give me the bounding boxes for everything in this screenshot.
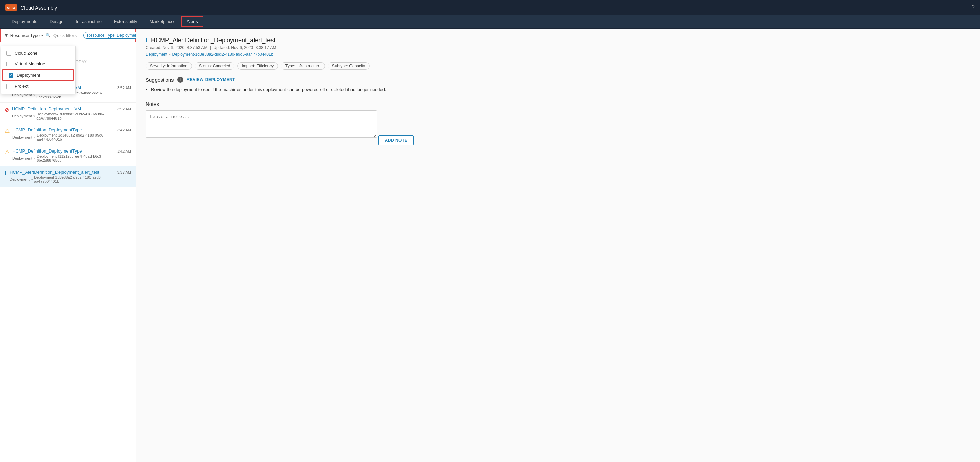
resource-type-dropdown: Cloud Zone Virtual Machine Deployment Pr… [1, 46, 76, 94]
alert-deployment-2: Deployment-1d3e88a2-d9d2-4180-a9d6-aa477… [37, 112, 115, 120]
chevron-down-icon: ▾ [41, 34, 43, 37]
arrow-icon-4: » [34, 157, 36, 160]
suggestion-item: Review the deployment to see if the mach… [151, 86, 970, 93]
detail-meta: Created: Nov 6, 2020, 3:37:53 AM | Updat… [146, 45, 970, 50]
left-panel: ▼ Resource Type ▾ 🔍 Resource Type: Deplo… [0, 29, 136, 462]
alert-text-2: HCMP_Definition_Deployment_VM Deployment… [12, 106, 115, 120]
alert-item-4-left: ⚠ HCMP_Definition_DeploymentType Deploym… [5, 148, 115, 162]
alert-time-3: 3:42 AM [118, 128, 131, 132]
alert-item-5-left: ℹ HCMP_AlertDefinition_Deployment_alert_… [5, 170, 115, 183]
suggestions-label: Suggestions [146, 77, 174, 83]
search-icon: 🔍 [46, 33, 51, 38]
vmw-logo: vmw [5, 5, 17, 11]
alert-sub-2: Deployment » Deployment-1d3e88a2-d9d2-41… [12, 112, 115, 120]
help-icon[interactable]: ? [972, 5, 975, 11]
resource-type-button[interactable]: ▼ Resource Type ▾ [4, 33, 43, 38]
checkbox-project[interactable] [6, 84, 11, 89]
alert-info-icon-5: ℹ [5, 170, 7, 176]
alert-text-5: HCMP_AlertDefinition_Deployment_alert_te… [10, 170, 115, 183]
deployment-link-text[interactable]: Deployment-1d3e88a2-d9d2-4180-a9d6-aa477… [172, 52, 274, 57]
alert-name-4: HCMP_Definition_DeploymentType [12, 148, 115, 153]
alert-time-5: 3:37 AM [118, 170, 131, 174]
dropdown-item-virtual-machine[interactable]: Virtual Machine [1, 59, 75, 69]
alert-warning-icon-4: ⚠ [5, 149, 10, 155]
nav-alerts[interactable]: Alerts [181, 16, 203, 27]
alert-type-5: Deployment [10, 177, 30, 182]
alert-type-2: Deployment [12, 114, 32, 118]
alert-item-5[interactable]: ℹ HCMP_AlertDefinition_Deployment_alert_… [0, 166, 136, 187]
alert-item-2[interactable]: ⊘ HCMP_Definition_Deployment_VM Deployme… [0, 103, 136, 124]
main-layout: ▼ Resource Type ▾ 🔍 Resource Type: Deplo… [0, 29, 980, 462]
alert-time-2: 3:52 AM [118, 107, 131, 111]
alert-item-3-left: ⚠ HCMP_Definition_DeploymentType Deploym… [5, 127, 115, 141]
filter-icon: ▼ [4, 33, 9, 38]
arrow-icon-2: » [33, 115, 35, 118]
arrow-icon-3: » [34, 135, 36, 139]
alert-text-3: HCMP_Definition_DeploymentType Deploymen… [12, 127, 115, 141]
alert-text-4: HCMP_Definition_DeploymentType Deploymen… [12, 148, 115, 162]
alert-name-3: HCMP_Definition_DeploymentType [12, 127, 115, 132]
quick-filter-input[interactable] [53, 33, 81, 38]
tag-status: Status: Canceled [195, 62, 234, 70]
alert-deployment-5: Deployment-1d3e88a2-d9d2-4180-a9d6-aa477… [34, 175, 115, 183]
topbar: vmw Cloud Assembly ? [0, 0, 980, 15]
checkbox-cloud-zone[interactable] [6, 51, 11, 56]
tag-subtype: Subtype: Capacity [328, 62, 369, 70]
resource-type-label: Resource Type [10, 33, 40, 38]
dropdown-label-deployment: Deployment [17, 73, 40, 78]
alert-name-2: HCMP_Definition_Deployment_VM [12, 106, 115, 112]
dropdown-label-virtual-machine: Virtual Machine [14, 61, 45, 66]
alert-type-4: Deployment [12, 156, 32, 160]
filter-bar: ▼ Resource Type ▾ 🔍 Resource Type: Deplo… [0, 29, 136, 42]
review-deployment-button[interactable]: REVIEW DEPLOYMENT [187, 77, 235, 82]
detail-separator: | [210, 45, 211, 50]
detail-title: HCMP_AlertDefinition_Deployment_alert_te… [151, 37, 275, 44]
detail-updated: Updated: Nov 6, 2020, 3:38:17 AM [213, 45, 276, 50]
alert-deployment-4: Deployment-f11212bd-ee7f-48ad-b6c3-6bc2d… [37, 154, 115, 162]
dropdown-item-cloud-zone[interactable]: Cloud Zone [1, 48, 75, 59]
deployment-breadcrumb[interactable]: Deployment » Deployment-1d3e88a2-d9d2-41… [146, 52, 970, 57]
detail-info-icon: ℹ [146, 37, 148, 44]
right-panel: ℹ HCMP_AlertDefinition_Deployment_alert_… [136, 29, 980, 462]
nav-deployments[interactable]: Deployments [5, 15, 43, 28]
main-nav: Deployments Design Infrastructure Extens… [0, 15, 980, 29]
alert-sub-3: Deployment » Deployment-1d3e88a2-d9d2-41… [12, 133, 115, 141]
notes-label: Notes [146, 101, 970, 107]
tags-row: Severity: Information Status: Canceled I… [146, 62, 970, 70]
suggestions-header: Suggestions 1 REVIEW DEPLOYMENT [146, 76, 970, 83]
dropdown-label-project: Project [14, 84, 28, 89]
tag-type: Type: Infrastructure [281, 62, 325, 70]
tag-severity: Severity: Information [146, 62, 192, 70]
dropdown-item-project[interactable]: Project [1, 81, 75, 92]
alert-time-4: 3:42 AM [118, 149, 131, 153]
alert-type-3: Deployment [12, 135, 32, 139]
alerts-list: Today NO ALERTS TODAY Yesterday ⊘ HCMP_D… [0, 42, 136, 462]
alert-sub-5: Deployment » Deployment-1d3e88a2-d9d2-41… [10, 175, 115, 183]
alert-time-1: 3:52 AM [118, 86, 131, 90]
alert-deployment-3: Deployment-1d3e88a2-d9d2-4180-a9d6-aa477… [37, 133, 115, 141]
suggestion-list: Review the deployment to see if the mach… [146, 86, 970, 93]
deployment-label: Deployment [146, 52, 167, 57]
alert-name-5: HCMP_AlertDefinition_Deployment_alert_te… [10, 170, 115, 175]
alert-warning-icon-3: ⚠ [5, 127, 10, 134]
topbar-left: vmw Cloud Assembly [5, 5, 57, 11]
alert-item-4[interactable]: ⚠ HCMP_Definition_DeploymentType Deploym… [0, 145, 136, 166]
detail-title-row: ℹ HCMP_AlertDefinition_Deployment_alert_… [146, 37, 970, 44]
alert-item-3[interactable]: ⚠ HCMP_Definition_DeploymentType Deploym… [0, 124, 136, 145]
alert-item-2-left: ⊘ HCMP_Definition_Deployment_VM Deployme… [5, 106, 115, 120]
add-note-button[interactable]: ADD NOTE [379, 135, 414, 145]
nav-marketplace[interactable]: Marketplace [143, 15, 180, 28]
arrow-icon-5: » [31, 178, 33, 182]
dropdown-item-deployment[interactable]: Deployment [2, 69, 74, 81]
nav-design[interactable]: Design [43, 15, 69, 28]
checkbox-deployment[interactable] [8, 73, 13, 78]
active-filter-tag: Resource Type: Deployment ✕ [83, 32, 136, 39]
nav-extensibility[interactable]: Extensibility [108, 15, 143, 28]
checkbox-virtual-machine[interactable] [6, 62, 11, 66]
notes-textarea[interactable] [146, 110, 377, 137]
suggestions-count: 1 [177, 76, 183, 83]
breadcrumb-arrow: » [169, 53, 171, 57]
active-filter-label: Resource Type: Deployment [87, 33, 136, 38]
dropdown-label-cloud-zone: Cloud Zone [14, 51, 37, 56]
nav-infrastructure[interactable]: Infrastructure [69, 15, 108, 28]
